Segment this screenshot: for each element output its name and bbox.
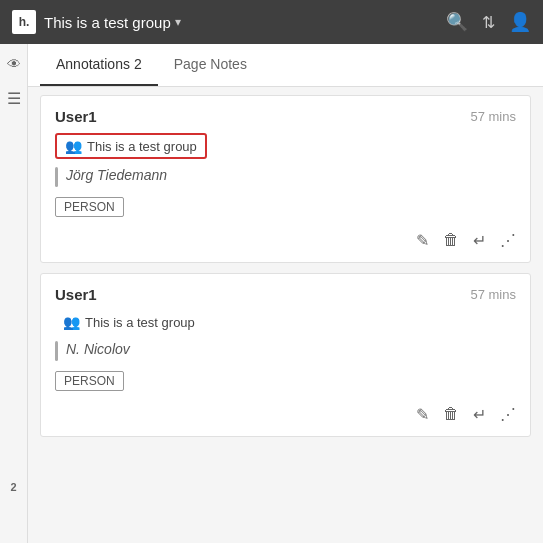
edit-icon[interactable]: ✎ [416,231,429,250]
tab-page-notes[interactable]: Page Notes [158,44,263,86]
annotation-time: 57 mins [470,109,516,124]
sort-icon[interactable]: ⇅ [482,13,495,32]
quote-text: Jörg Tiedemann [66,167,167,183]
group-tag-highlighted[interactable]: 👥 This is a test group [55,133,207,159]
search-icon[interactable]: 🔍 [446,11,468,33]
card-actions: ✎ 🗑 ↵ ⋰ [55,401,516,424]
tab-annotations[interactable]: Annotations2 [40,44,158,86]
page-number-badge: 2 [10,481,16,493]
eye-icon[interactable]: 👁 [4,54,24,74]
user-icon[interactable]: 👤 [509,11,531,33]
group-tag-normal[interactable]: 👥 This is a test group [55,311,203,333]
tabs-bar: Annotations2 Page Notes [28,44,543,87]
annotation-card: User1 57 mins 👥 This is a test group Jör… [40,95,531,263]
group-people-icon: 👥 [65,138,82,154]
group-people-icon: 👥 [63,314,80,330]
quote-bar [55,341,58,361]
group-title[interactable]: This is a test group ▾ [44,14,438,31]
reply-icon[interactable]: ↵ [473,231,486,250]
title-chevron-icon: ▾ [175,15,181,29]
delete-icon[interactable]: 🗑 [443,231,459,250]
person-tag[interactable]: PERSON [55,197,124,217]
reply-icon[interactable]: ↵ [473,405,486,424]
top-bar: h. This is a test group ▾ 🔍 ⇅ 👤 [0,0,543,44]
list-icon[interactable]: ☰ [4,88,24,108]
share-icon[interactable]: ⋰ [500,231,516,250]
quote-section: Jörg Tiedemann [55,167,516,187]
share-icon[interactable]: ⋰ [500,405,516,424]
person-tag[interactable]: PERSON [55,371,124,391]
annotation-card: User1 57 mins 👥 This is a test group N. … [40,273,531,437]
annotation-user: User1 [55,286,97,303]
top-bar-actions: 🔍 ⇅ 👤 [446,11,531,33]
quote-text: N. Nicolov [66,341,130,357]
delete-icon[interactable]: 🗑 [443,405,459,424]
app-logo: h. [12,10,36,34]
quote-section: N. Nicolov [55,341,516,361]
annotation-user: User1 [55,108,97,125]
annotations-list: User1 57 mins 👥 This is a test group Jör… [28,87,543,543]
annotation-time: 57 mins [470,287,516,302]
left-sidebar: 👁 ☰ 2 [0,44,28,543]
edit-icon[interactable]: ✎ [416,405,429,424]
card-actions: ✎ 🗑 ↵ ⋰ [55,227,516,250]
quote-bar [55,167,58,187]
